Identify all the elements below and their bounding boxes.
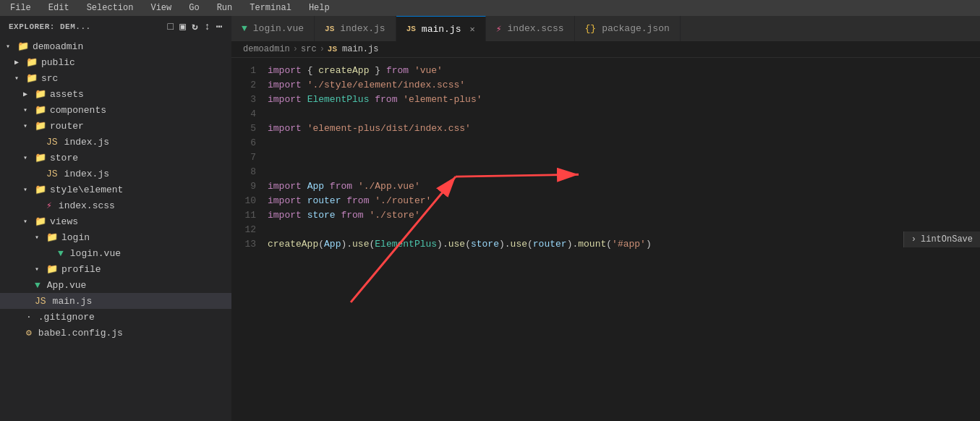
menu-view[interactable]: View bbox=[146, 1, 176, 14]
vue-icon: ▼ bbox=[58, 248, 64, 259]
code-line-2: 2 import './style/element/index.scss' bbox=[231, 78, 980, 93]
vue-tab-icon: ▼ bbox=[242, 23, 247, 34]
folder-icon: 📁 bbox=[46, 263, 58, 275]
tab-close-icon[interactable]: ✕ bbox=[469, 24, 474, 35]
tree-item-public[interactable]: ▶ 📁 public bbox=[0, 54, 231, 70]
line-num: 10 bbox=[231, 194, 268, 208]
line-content: import './style/element/index.scss' bbox=[268, 78, 980, 93]
tree-item-router-index[interactable]: JS index.js bbox=[0, 134, 231, 150]
tree-label: public bbox=[41, 57, 75, 68]
breadcrumb-sep: › bbox=[293, 44, 298, 54]
js-tab-icon: JS bbox=[406, 25, 416, 33]
more-icon[interactable]: ⋯ bbox=[216, 20, 223, 33]
line-num: 6 bbox=[231, 136, 268, 150]
breadcrumb-js-icon: JS bbox=[328, 45, 337, 54]
tree-item-style-index[interactable]: ⚡ index.scss bbox=[0, 197, 231, 213]
menu-edit[interactable]: Edit bbox=[44, 1, 74, 14]
menu-file[interactable]: File bbox=[6, 1, 35, 14]
tab-main-js[interactable]: JS main.js ✕ bbox=[396, 16, 486, 41]
tree-label: store bbox=[50, 153, 78, 163]
folder-icon: 📁 bbox=[35, 152, 46, 163]
line-content: import router from './router' bbox=[268, 194, 980, 208]
tree-label: src bbox=[41, 73, 58, 84]
tree-item-gitignore[interactable]: · .gitignore bbox=[0, 309, 231, 325]
sidebar-header: EXPLORER: DEM... □ ▣ ↻ ↕ ⋯ bbox=[0, 16, 231, 37]
tree-item-login-vue[interactable]: ▼ login.vue bbox=[0, 245, 231, 261]
tree-item-login-folder[interactable]: ▾ 📁 login bbox=[0, 229, 231, 245]
arrow-icon: ▾ bbox=[35, 265, 46, 273]
tree-item-demoadmin[interactable]: ▾ 📁 demoadmin bbox=[0, 38, 231, 54]
code-line-8: 8 bbox=[231, 165, 980, 179]
line-num: 9 bbox=[231, 179, 268, 194]
tree-item-router[interactable]: ▾ 📁 router bbox=[0, 118, 231, 134]
tree-item-src[interactable]: ▾ 📁 src bbox=[0, 70, 231, 86]
tree-label: main.js bbox=[53, 296, 93, 307]
new-folder-icon[interactable]: ▣ bbox=[179, 20, 186, 33]
sidebar-title: EXPLORER: DEM... bbox=[9, 22, 91, 31]
breadcrumb: demoadmin › src › JS main.js bbox=[231, 41, 980, 58]
tree-label: App.vue bbox=[47, 280, 87, 291]
code-line-12: 12 bbox=[231, 223, 980, 237]
line-num: 5 bbox=[231, 122, 268, 136]
tree-label: .gitignore bbox=[38, 312, 95, 323]
tree-item-babel[interactable]: ⚙ babel.config.js bbox=[0, 325, 231, 341]
arrow-icon: ▾ bbox=[23, 185, 35, 194]
menu-help[interactable]: Help bbox=[304, 1, 334, 14]
menu-go[interactable]: Go bbox=[184, 1, 203, 14]
right-hint-chevron: › bbox=[911, 234, 916, 244]
scss-tab-icon: ⚡ bbox=[496, 23, 502, 35]
new-file-icon[interactable]: □ bbox=[167, 21, 174, 33]
tab-package-json[interactable]: {} package.json bbox=[575, 16, 681, 41]
tree-item-views[interactable]: ▾ 📁 views bbox=[0, 213, 231, 229]
tree-item-components[interactable]: ▾ 📁 components bbox=[0, 102, 231, 118]
tree-item-style-element[interactable]: ▾ 📁 style\element bbox=[0, 182, 231, 197]
breadcrumb-part[interactable]: demoadmin bbox=[243, 44, 290, 54]
right-hint-label: lintOnSave bbox=[921, 234, 973, 244]
tree-label: assets bbox=[50, 89, 84, 100]
right-hint[interactable]: › lintOnSave bbox=[903, 231, 980, 247]
tree-item-assets[interactable]: ▶ 📁 assets bbox=[0, 86, 231, 102]
tree-item-main-js[interactable]: JS main.js bbox=[0, 293, 231, 309]
code-line-5: 5 import 'element-plus/dist/index.css' bbox=[231, 122, 980, 136]
menu-bar: File Edit Selection View Go Run Terminal… bbox=[0, 0, 980, 16]
tab-index-scss[interactable]: ⚡ index.scss bbox=[486, 16, 575, 41]
tree-label: index.scss bbox=[59, 200, 115, 211]
breadcrumb-part[interactable]: main.js bbox=[342, 44, 378, 54]
tree-label: demoadmin bbox=[33, 41, 83, 52]
tree-item-profile-folder[interactable]: ▾ 📁 profile bbox=[0, 261, 231, 277]
tree-item-store[interactable]: ▾ 📁 store bbox=[0, 150, 231, 166]
tab-label: package.json bbox=[602, 23, 670, 34]
code-line-4: 4 bbox=[231, 107, 980, 122]
refresh-icon[interactable]: ↻ bbox=[192, 20, 198, 33]
menu-selection[interactable]: Selection bbox=[82, 1, 138, 14]
folder-icon: 📁 bbox=[46, 231, 58, 243]
line-content: import 'element-plus/dist/index.css' bbox=[268, 122, 980, 136]
vue-icon: ▼ bbox=[35, 280, 41, 291]
code-editor[interactable]: 1 import { createApp } from 'vue' 2 impo… bbox=[231, 58, 980, 421]
arrow-icon: ▾ bbox=[23, 153, 35, 162]
file-icon: · bbox=[26, 312, 32, 323]
arrow-icon: ▾ bbox=[35, 233, 46, 242]
line-num: 8 bbox=[231, 165, 268, 179]
js-icon: JS bbox=[46, 169, 58, 179]
collapse-icon[interactable]: ↕ bbox=[204, 21, 210, 33]
folder-icon: 📁 bbox=[26, 56, 38, 68]
tree-label: babel.config.js bbox=[38, 328, 123, 339]
line-num: 3 bbox=[231, 93, 268, 107]
tab-index-js[interactable]: JS index.js bbox=[315, 16, 396, 41]
tree-item-app-vue[interactable]: ▼ App.vue bbox=[0, 277, 231, 293]
json-tab-icon: {} bbox=[585, 23, 597, 34]
code-line-10: 10 import router from './router' bbox=[231, 194, 980, 208]
breadcrumb-sep: › bbox=[320, 44, 325, 54]
tab-label: main.js bbox=[422, 24, 461, 35]
arrow-icon: ▶ bbox=[14, 58, 26, 67]
breadcrumb-part[interactable]: src bbox=[301, 44, 317, 54]
menu-terminal[interactable]: Terminal bbox=[245, 1, 296, 14]
tree-item-store-index[interactable]: JS index.js bbox=[0, 166, 231, 182]
tree-label: index.js bbox=[64, 169, 109, 179]
tree-label: views bbox=[50, 216, 78, 227]
line-num: 12 bbox=[231, 223, 268, 237]
line-content: import ElementPlus from 'element-plus' bbox=[268, 93, 980, 107]
tab-login-vue[interactable]: ▼ login.vue bbox=[231, 16, 315, 41]
menu-run[interactable]: Run bbox=[213, 1, 237, 14]
